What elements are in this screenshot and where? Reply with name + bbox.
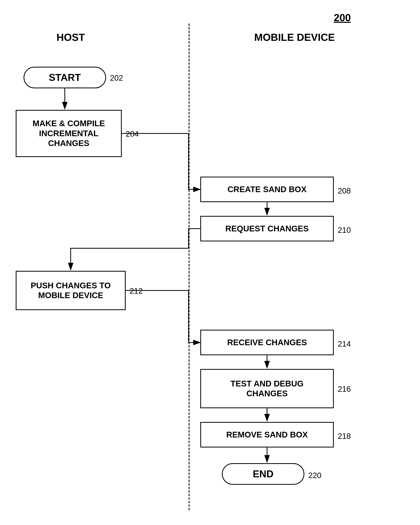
create-sandbox-ref: 208 bbox=[338, 187, 351, 195]
start-node: START bbox=[24, 67, 106, 88]
push-changes-ref: 212 bbox=[130, 287, 143, 295]
request-changes-node: REQUEST CHANGES bbox=[200, 216, 334, 241]
receive-changes-node: RECEIVE CHANGES bbox=[200, 330, 334, 355]
host-column-label: HOST bbox=[16, 31, 126, 43]
diagram-container: 200 HOST MOBILE DEVICE START 202 MAKE & … bbox=[0, 0, 420, 525]
make-compile-node: MAKE & COMPILE INCREMENTAL CHANGES bbox=[16, 110, 122, 157]
column-divider bbox=[189, 24, 190, 510]
push-changes-node: PUSH CHANGES TO MOBILE DEVICE bbox=[16, 271, 126, 310]
start-ref: 202 bbox=[110, 74, 123, 83]
remove-sandbox-node: REMOVE SAND BOX bbox=[200, 422, 334, 448]
request-changes-ref: 210 bbox=[338, 226, 351, 234]
end-ref: 220 bbox=[308, 471, 321, 480]
end-node: END bbox=[222, 463, 304, 485]
test-debug-node: TEST AND DEBUG CHANGES bbox=[200, 369, 334, 408]
diagram-number: 200 bbox=[334, 12, 351, 24]
receive-changes-ref: 214 bbox=[338, 339, 351, 348]
mobile-column-label: MOBILE DEVICE bbox=[206, 31, 383, 43]
test-debug-ref: 216 bbox=[338, 385, 351, 394]
make-compile-ref: 204 bbox=[126, 130, 139, 138]
remove-sandbox-ref: 218 bbox=[338, 432, 351, 441]
create-sandbox-node: CREATE SAND BOX bbox=[200, 177, 334, 202]
